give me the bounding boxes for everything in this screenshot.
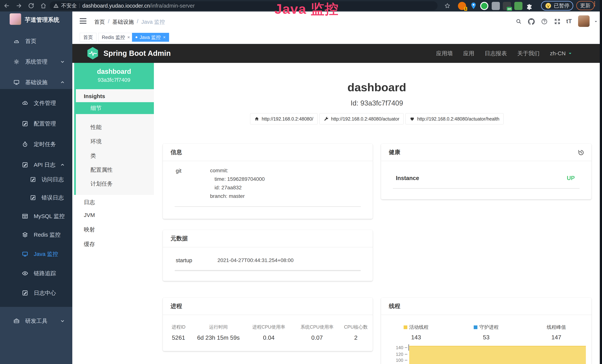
extension-icon-3[interactable] <box>492 2 500 10</box>
tag-redis-monitor[interactable]: Redis 监控 × <box>98 33 133 42</box>
extension-icon-2[interactable] <box>480 2 488 10</box>
hamburger-icon[interactable] <box>80 18 86 24</box>
toolbox-icon <box>13 318 20 324</box>
breadcrumb-infra[interactable]: 基础设施 <box>112 18 134 26</box>
sidebar-item-log-center[interactable]: 日志中心 <box>0 284 72 302</box>
fullscreen-icon[interactable] <box>554 18 561 25</box>
sba-nav-journal[interactable]: 日志报表 <box>485 50 507 57</box>
sidebar-item-config[interactable]: 配置管理 <box>0 114 72 133</box>
history-icon[interactable] <box>578 149 584 156</box>
url-host: dashboard.yudao.iocoder.cn <box>82 3 150 9</box>
sidebar-item-files[interactable]: 文件管理 <box>0 94 72 112</box>
chevron-down-icon <box>60 318 65 324</box>
breadcrumb: 首页 / 基础设施 / Java 监控 <box>94 18 165 26</box>
admin-sidebar: 芋道管理系统 首页 系统管理 基础设施 文件管理 配置管理 定时任务 <box>0 11 72 364</box>
emoji-face-icon <box>545 2 552 9</box>
health-url-button[interactable]: http://192.168.0.2:48080/actuator/health <box>406 113 504 124</box>
sba-app-header[interactable]: dashboard 93a3fc7f7409 <box>74 63 154 89</box>
sidebar-item-tracing[interactable]: 链路追踪 <box>0 264 72 283</box>
sba-item-scheduled-tasks[interactable]: 计划任务 <box>74 178 154 189</box>
health-card-title: 健康 <box>381 144 591 161</box>
sba-item-details[interactable]: 细节 <box>74 102 154 114</box>
close-icon[interactable]: × <box>127 35 130 40</box>
browser-menu-icon[interactable] <box>594 1 595 6</box>
sba-sidebar: dashboard 93a3fc7f7409 Insights 细节 性能 环境… <box>74 63 154 364</box>
info-card: 信息 git commit: time: 1596289704000 id: 2… <box>163 144 373 219</box>
sba-nav-applications[interactable]: 应用 <box>463 50 474 57</box>
sidebar-item-dev-tools[interactable]: 研发工具 <box>0 312 72 330</box>
extensions-puzzle-icon[interactable] <box>526 2 534 10</box>
sidebar-item-label: 配置管理 <box>34 120 56 128</box>
process-id-value: 5261 <box>163 334 194 341</box>
profile-paused-pill[interactable]: 已暂停 <box>541 1 573 11</box>
sidebar-item-system[interactable]: 系统管理 <box>0 53 72 71</box>
table-icon <box>22 213 28 219</box>
screen: 不安全 dashboard.yudao.iocoder.cn/infra/adm… <box>0 0 602 364</box>
sba-header: Spring Boot Admin 应用墙 应用 日志报表 关于我们 zh-CN <box>72 44 602 63</box>
browser-reload-icon[interactable] <box>28 2 34 9</box>
not-secure-label: 不安全 <box>61 2 77 9</box>
help-icon[interactable] <box>541 18 548 25</box>
extension-icon-4[interactable]: on <box>503 2 511 10</box>
system-cpu-value: 0.07 <box>295 334 339 341</box>
browser-home-icon[interactable] <box>40 2 47 9</box>
timer-icon <box>22 141 28 147</box>
sba-item-mappings[interactable]: 映射 <box>74 224 154 235</box>
divider <box>175 270 361 271</box>
browser-forward-icon[interactable] <box>16 2 22 9</box>
chevron-up-icon <box>60 80 65 85</box>
sidebar-item-home[interactable]: 首页 <box>0 32 72 50</box>
sba-item-caches[interactable]: 缓存 <box>74 239 154 250</box>
sba-nav: 应用墙 应用 日志报表 关于我们 zh-CN <box>436 44 573 63</box>
chrome-update-button[interactable]: 更新 <box>576 1 594 10</box>
address-bar[interactable]: 不安全 dashboard.yudao.iocoder.cn/infra/adm… <box>50 1 438 10</box>
avatar[interactable] <box>578 15 590 27</box>
bookmark-star-icon[interactable] <box>444 3 451 9</box>
font-size-icon[interactable]: tT <box>566 18 572 25</box>
sba-language-select[interactable]: zh-CN <box>550 50 573 57</box>
heart-icon <box>410 117 415 121</box>
window-edge-strip <box>600 0 602 364</box>
metadata-key: startup <box>176 257 192 264</box>
info-value: commit: time: 1596289704000 id: 27aa832 … <box>210 166 265 201</box>
browser-back-icon[interactable] <box>3 2 10 9</box>
sba-item-classes[interactable]: 类 <box>74 150 154 161</box>
avatar-caret-icon[interactable] <box>594 19 598 24</box>
close-icon[interactable]: × <box>163 35 166 40</box>
sidebar-item-infra[interactable]: 基础设施 <box>0 73 72 92</box>
live-threads-value: 143 <box>381 334 451 341</box>
sba-brand[interactable]: Spring Boot Admin <box>103 49 171 57</box>
extension-icon-1[interactable]: 1 <box>458 2 466 10</box>
search-icon[interactable] <box>516 18 522 24</box>
service-url-button[interactable]: http://192.168.0.2:48080/ <box>250 113 318 124</box>
sidebar-item-label: Java 监控 <box>34 250 58 258</box>
sba-nav-wallboard[interactable]: 应用墙 <box>436 50 453 57</box>
sba-item-metrics[interactable]: 性能 <box>74 122 154 133</box>
instance-id-line: Id: 93a3fc7f7409 <box>154 99 600 107</box>
sidebar-item-error-log[interactable]: 错误日志 <box>0 189 72 207</box>
sba-item-environment[interactable]: 环境 <box>74 136 154 147</box>
actuator-url-button[interactable]: http://192.168.0.2:48080/actuator <box>320 113 404 124</box>
extension-icon-5[interactable] <box>514 2 522 10</box>
sba-nav-about[interactable]: 关于我们 <box>517 50 539 57</box>
github-icon[interactable] <box>528 18 535 25</box>
sba-item-logs[interactable]: 日志 <box>74 197 154 208</box>
sba-item-config-props[interactable]: 配置属性 <box>74 164 154 175</box>
threads-values: 143 53 147 <box>381 334 591 341</box>
tags-view-bar: 首页 Redis 监控 × Java 监控 × <box>72 31 602 44</box>
sidebar-item-redis[interactable]: Redis 监控 <box>0 225 72 244</box>
sidebar-item-label: API 日志 <box>34 161 55 169</box>
tag-java-monitor[interactable]: Java 监控 × <box>132 33 169 42</box>
tag-home[interactable]: 首页 <box>80 33 97 42</box>
app-title: 芋道管理系统 <box>25 16 59 24</box>
sidebar-item-jobs[interactable]: 定时任务 <box>0 135 72 153</box>
sidebar-item-mysql[interactable]: MySQL 监控 <box>0 207 72 225</box>
extension-pin-icon[interactable] <box>469 2 478 10</box>
y-tick-100: 100 <box>381 358 403 363</box>
breadcrumb-home[interactable]: 首页 <box>94 18 105 26</box>
sidebar-item-java-monitor[interactable]: Java 监控 <box>0 245 72 263</box>
sidebar-item-access-log[interactable]: 访问日志 <box>0 171 72 188</box>
sba-item-jvm[interactable]: JVM <box>74 210 154 221</box>
sba-group-label: Insights <box>74 91 154 101</box>
sba-logo-icon <box>87 47 99 60</box>
